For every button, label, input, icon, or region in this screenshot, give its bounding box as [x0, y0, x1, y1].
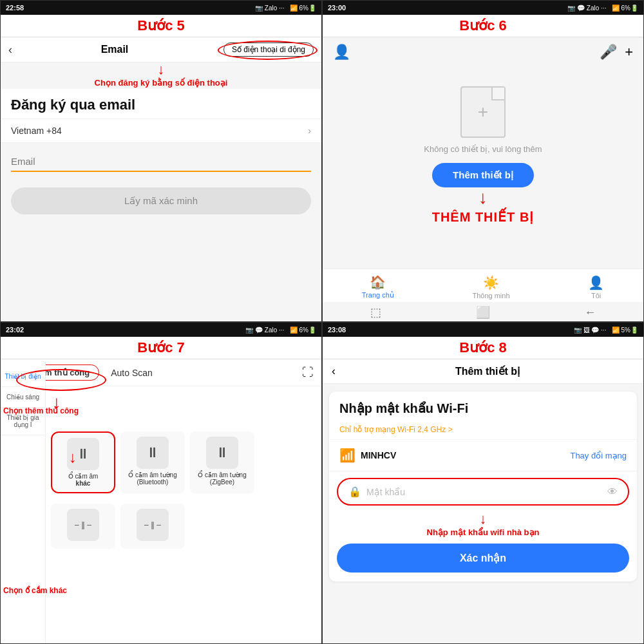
- doc-icon-6: +: [460, 86, 506, 138]
- nav-smart-6[interactable]: ☀️ Thông minh: [472, 275, 509, 299]
- wifi-support-8[interactable]: Chỉ hỗ trợ mạng Wi-Fi 2,4 GHz >: [329, 420, 637, 440]
- status-bar-5: 22:58 📷 Zalo ··· 📶 6%🔋: [1, 1, 321, 15]
- step5-label: Bước 5: [1, 15, 321, 37]
- wifi-card-title-8: Nhập mật khẩu Wi-Fi: [329, 392, 637, 420]
- country-text-5: Vietnam +84: [11, 126, 62, 136]
- device-card-5[interactable]: – ‖ –: [120, 504, 185, 549]
- status-time-8: 23:08: [328, 326, 346, 334]
- add-device-label-6: THÊM THIẾT BỊ: [432, 209, 535, 225]
- plus-icon-6[interactable]: +: [625, 44, 633, 61]
- panel-step7: 23:02 📷 💬 Zalo ··· 📶 6%🔋 Bước 7 ‹ Thêm t…: [0, 322, 322, 644]
- wifi-card-8: Nhập mật khẩu Wi-Fi Chỉ hỗ trợ mạng Wi-F…: [329, 392, 637, 582]
- wifi-name-8: MINHCV: [361, 450, 396, 460]
- nav-title-5: Email: [19, 44, 211, 55]
- nav-me-6[interactable]: 👤 Tôi: [588, 275, 604, 299]
- status-time-6: 23:00: [328, 4, 346, 12]
- phone-btn-5[interactable]: Số điện thoại di động: [223, 43, 314, 57]
- gesture-bar-6: ⬚ ⬜ ←: [323, 303, 643, 321]
- device-name-2: Ổ cắm âm tường(Bluetooth): [128, 471, 176, 486]
- auto-tab-7[interactable]: Auto Scan: [111, 368, 153, 378]
- sidebar-7: Thiết bị điện Chiều sáng Thiết bị gia dụ…: [1, 361, 46, 643]
- device-img-5: – ‖ –: [137, 509, 169, 541]
- device-card-1[interactable]: ⏸ Ổ cắm âmkhác: [51, 431, 115, 493]
- nav-title-8: Thêm thiết bị: [341, 365, 634, 377]
- instr-p4: Nhập mật khẩu wifi nhà bạn: [329, 526, 637, 541]
- arrow-wifi-pw: ↓: [329, 512, 637, 526]
- nav-bar-8: ‹ Thêm thiết bị: [323, 359, 643, 384]
- status-bar-6: 23:00 📷 💬 Zalo ··· 📶 6%🔋: [323, 1, 643, 15]
- lock-icon-8: 🔒: [348, 486, 361, 498]
- country-arrow-5: ›: [308, 126, 311, 136]
- gesture-right-6: ←: [585, 306, 596, 319]
- verify-btn-5[interactable]: Lấy mã xác minh: [11, 187, 311, 214]
- empty-area-6: + Không có thiết bị, vui lòng thêm Thêm …: [323, 67, 643, 231]
- step7-label: Bước 7: [1, 337, 321, 359]
- doc-plus-6: +: [478, 102, 488, 122]
- status-bar-7: 23:02 📷 💬 Zalo ··· 📶 6%🔋: [1, 323, 321, 337]
- panel-step5: 22:58 📷 Zalo ··· 📶 6%🔋 Bước 5 ‹ Email Số…: [0, 0, 322, 322]
- panel-step8: 23:08 📷 🖼 💬 ··· 📶 5%🔋 Bước 8 ‹ Thêm thiế…: [322, 322, 644, 644]
- bottom-nav-6: 🏠 Trang chủ ☀️ Thông minh 👤 Tôi: [323, 269, 643, 302]
- device-card-3[interactable]: ⏸ Ổ cắm âm tường(ZigBee): [190, 431, 254, 493]
- country-row-5[interactable]: Vietnam +84 ›: [1, 118, 321, 143]
- gesture-mid-6: ⬜: [476, 305, 490, 319]
- nav-bar-5: ‹ Email Số điện thoại di động: [1, 37, 321, 62]
- device-card-2[interactable]: ⏸ Ổ cắm âm tường(Bluetooth): [120, 431, 185, 493]
- device-img-1: ⏸: [67, 438, 99, 470]
- arrow-add-device: ↓: [478, 189, 488, 207]
- device-img-3: ⏸: [206, 437, 238, 469]
- device-card-4[interactable]: – ‖ –: [51, 504, 115, 549]
- nav-home-label-6: Trang chủ: [362, 291, 394, 299]
- top-bar-6: 👤 🎤 +: [323, 37, 643, 67]
- device-name-1: Ổ cắm âmkhác: [68, 473, 99, 487]
- nav-home-6[interactable]: 🏠 Trang chủ: [362, 274, 394, 299]
- back-arrow-8[interactable]: ‹: [332, 365, 336, 378]
- nav-smart-label-6: Thông minh: [472, 292, 509, 299]
- person-icon-6: 👤: [333, 44, 350, 61]
- nav-me-label-6: Tôi: [591, 292, 601, 299]
- password-placeholder-8: Mật khẩu: [366, 487, 602, 497]
- scan-icon-7[interactable]: ⛶: [302, 366, 314, 379]
- content-area-7: ⏸ Ổ cắm âmkhác ⏸ Ổ cắm âm tường(Bluetoot…: [46, 425, 321, 555]
- me-icon-6: 👤: [588, 275, 604, 290]
- confirm-btn-8[interactable]: Xác nhận: [337, 544, 629, 573]
- instruction-5: Chọn đăng ký bằng số điện thoại: [1, 77, 321, 89]
- panel-step6: 23:00 📷 💬 Zalo ··· 📶 6%🔋 Bước 6 👤 🎤 + + …: [322, 0, 644, 322]
- wifi-change-8[interactable]: Thay đổi mạng: [570, 451, 627, 460]
- password-row-8[interactable]: 🔒 Mật khẩu 👁: [337, 478, 629, 506]
- device-name-3: Ổ cắm âm tường(ZigBee): [198, 471, 246, 486]
- wifi-left-8: 📶 MINHCV: [339, 448, 396, 463]
- device-img-4: – ‖ –: [67, 509, 99, 541]
- back-arrow-5[interactable]: ‹: [8, 43, 12, 57]
- main-grid: 22:58 📷 Zalo ··· 📶 6%🔋 Bước 5 ‹ Email Số…: [0, 0, 644, 644]
- instr-p3-1: Chọn thêm thủ công: [3, 406, 80, 415]
- status-icons-6: 📷 💬 Zalo ··· 📶 6%🔋: [567, 5, 638, 12]
- empty-text-6: Không có thiết bị, vui lòng thêm: [424, 144, 542, 154]
- status-bar-8: 23:08 📷 🖼 💬 ··· 📶 5%🔋: [323, 323, 643, 337]
- step8-label: Bước 8: [323, 337, 643, 359]
- home-icon-6: 🏠: [370, 274, 386, 290]
- device-img-2: ⏸: [137, 437, 169, 469]
- instr-p3-2: Chọn ổ cắm khác: [3, 586, 67, 595]
- status-icons-5: 📷 Zalo ··· 📶 6%🔋: [255, 5, 316, 12]
- status-time-7: 23:02: [6, 326, 24, 334]
- nav-row-7: ‹ Thêm thủ công Auto Scan ⛶: [1, 359, 321, 386]
- main-title-5: Đăng ký qua email: [1, 89, 321, 118]
- mic-icon-6[interactable]: 🎤: [600, 44, 617, 61]
- add-device-btn-6[interactable]: Thêm thiết bị: [432, 163, 534, 187]
- status-icons-8: 📷 🖼 💬 ··· 📶 5%🔋: [574, 327, 638, 334]
- gesture-left-6: ⬚: [370, 305, 381, 319]
- step6-label: Bước 6: [323, 15, 643, 37]
- status-time-5: 22:58: [6, 4, 24, 12]
- eye-icon-8[interactable]: 👁: [607, 486, 618, 498]
- status-icons-7: 📷 💬 Zalo ··· 📶 6%🔋: [245, 327, 316, 334]
- wifi-network-row-8: 📶 MINHCV Thay đổi mạng: [329, 440, 637, 471]
- sidebar-item-electric[interactable]: Thiết bị điện: [1, 366, 45, 387]
- email-input-5[interactable]: [11, 152, 311, 172]
- arrow-phone: ↓: [1, 62, 321, 77]
- smart-icon-6: ☀️: [483, 275, 499, 290]
- sidebar-item-light[interactable]: Chiều sáng: [1, 387, 45, 408]
- wifi-icon-8: 📶: [339, 448, 355, 463]
